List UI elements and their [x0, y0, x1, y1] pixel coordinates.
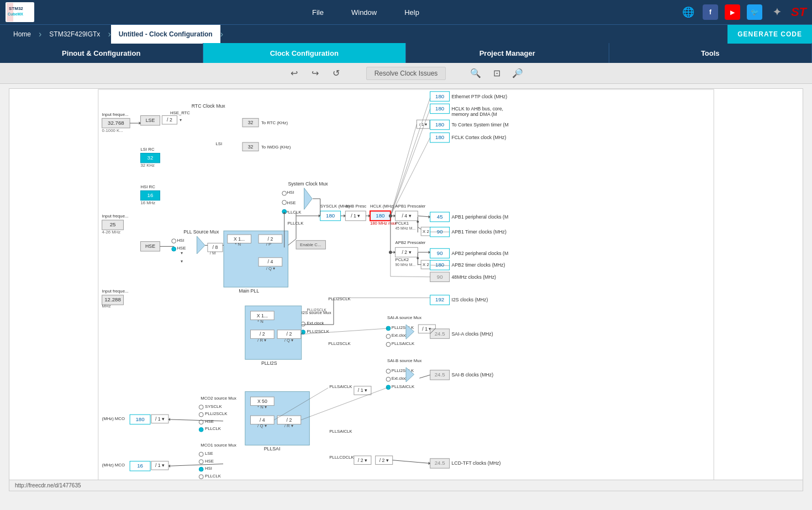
- svg-text:32: 32: [248, 120, 254, 125]
- svg-point-174: [199, 412, 203, 417]
- svg-text:90: 90: [437, 274, 443, 280]
- svg-text:/ 1 ▾: / 1 ▾: [351, 213, 360, 219]
- svg-text:PLLSAICLK: PLLSAICLK: [329, 384, 352, 389]
- svg-text:SAI-A source Mux: SAI-A source Mux: [387, 315, 421, 320]
- svg-text:X 2: X 2: [423, 262, 429, 267]
- svg-text:90 MHz M...: 90 MHz M...: [396, 263, 416, 267]
- svg-text:180: 180: [135, 416, 145, 422]
- svg-text:HSI: HSI: [287, 190, 294, 195]
- svg-text:APB1 Timer clocks (MHz): APB1 Timer clocks (MHz): [452, 229, 507, 235]
- svg-text:/ Q ▾: / Q ▾: [266, 266, 276, 271]
- svg-text:HCLK (MHz): HCLK (MHz): [370, 204, 394, 209]
- tab-tools[interactable]: Tools: [609, 43, 813, 63]
- breadcrumb-sep-3: ›: [220, 29, 223, 39]
- zoom-out-button[interactable]: 🔎: [510, 66, 525, 81]
- status-url: http://freecdr.ne/d/1477635: [15, 482, 81, 488]
- svg-text:32: 32: [147, 155, 154, 161]
- svg-text:/ Q ▾: / Q ▾: [284, 338, 294, 343]
- svg-text:/ 1 ▾: / 1 ▾: [358, 387, 367, 393]
- svg-text:16: 16: [137, 463, 143, 469]
- svg-text:AHB Presc: AHB Presc: [345, 204, 366, 209]
- svg-text:X 1...: X 1...: [234, 236, 245, 242]
- svg-text:SAI-B source Mux: SAI-B source Mux: [387, 358, 422, 363]
- svg-text:24.5: 24.5: [435, 371, 445, 378]
- breadcrumb-current[interactable]: Untitled - Clock Configuration: [111, 25, 220, 44]
- svg-text:* N ▾: * N ▾: [257, 405, 267, 410]
- youtube-icon[interactable]: ▶: [725, 4, 740, 20]
- facebook-icon[interactable]: f: [703, 4, 718, 20]
- fit-button[interactable]: ⊡: [489, 66, 504, 81]
- svg-text:/ P: / P: [266, 242, 271, 247]
- redo-button[interactable]: ↪: [308, 66, 323, 81]
- nav-menu: File Window Help: [51, 8, 681, 17]
- svg-text:/ Q ▾: / Q ▾: [257, 423, 267, 428]
- globe-icon[interactable]: 🌐: [681, 4, 696, 20]
- svg-text:180 MHz max: 180 MHz max: [370, 221, 397, 226]
- svg-point-152: [386, 334, 391, 339]
- svg-text:HSE: HSE: [177, 246, 186, 251]
- zoom-in-button[interactable]: 🔍: [468, 66, 483, 81]
- svg-text:/ 2: / 2: [268, 236, 273, 242]
- svg-text:LSE: LSE: [205, 451, 213, 456]
- svg-text:/ M: / M: [210, 251, 216, 256]
- network-icon[interactable]: ✦: [769, 4, 784, 20]
- svg-text:(MHz) MCO: (MHz) MCO: [102, 416, 125, 421]
- svg-text:MCO1 source Mux: MCO1 source Mux: [201, 443, 236, 448]
- svg-text:HSE: HSE: [205, 459, 214, 464]
- svg-rect-3: [7, 3, 13, 22]
- status-bar: http://freecdr.ne/d/1477635: [9, 480, 803, 491]
- svg-text:▾: ▾: [180, 118, 182, 123]
- svg-text:PCLK1: PCLK1: [396, 221, 409, 226]
- menu-help[interactable]: Help: [404, 8, 419, 17]
- tab-clock[interactable]: Clock Configuration: [203, 43, 407, 63]
- svg-text:PLLSAICLK: PLLSAICLK: [392, 384, 415, 389]
- svg-text:HSI: HSI: [177, 238, 184, 243]
- svg-text:/ 2 ▾: / 2 ▾: [379, 458, 389, 463]
- menu-file[interactable]: File: [312, 8, 324, 17]
- svg-text:32: 32: [248, 144, 254, 150]
- generate-code-button[interactable]: GENERATE CODE: [727, 25, 812, 44]
- svg-text:180: 180: [435, 134, 445, 140]
- clock-diagram-area: Input freque... 32.768 0-1000 K... LSE H…: [9, 88, 803, 491]
- svg-text:180: 180: [435, 121, 445, 128]
- tab-bar: Pinout & Configuration Clock Configurati…: [0, 43, 812, 63]
- svg-text:LSE: LSE: [146, 118, 155, 123]
- svg-text:/ 2: / 2: [167, 117, 172, 123]
- svg-text:Main PLL: Main PLL: [239, 288, 259, 294]
- svg-text:24.5: 24.5: [435, 331, 445, 337]
- tab-pinout[interactable]: Pinout & Configuration: [0, 43, 203, 63]
- svg-point-162: [386, 369, 391, 374]
- svg-text:12.288: 12.288: [104, 296, 121, 302]
- svg-text:X 2: X 2: [423, 229, 429, 234]
- twitter-icon[interactable]: 🐦: [747, 4, 762, 20]
- svg-point-178: [199, 427, 203, 432]
- breadcrumb-home[interactable]: Home: [6, 25, 39, 44]
- svg-text:192: 192: [435, 296, 444, 302]
- svg-text:180: 180: [435, 262, 445, 268]
- svg-text:/ 2: / 2: [287, 417, 292, 423]
- svg-text:▾: ▾: [181, 251, 183, 256]
- svg-text:/ 4: / 4: [260, 417, 265, 423]
- svg-rect-4: [98, 89, 714, 491]
- breadcrumb-bar: Home › STM32F429IGTx › Untitled - Clock …: [0, 24, 812, 43]
- breadcrumb-device[interactable]: STM32F429IGTx: [41, 25, 108, 44]
- tab-project[interactable]: Project Manager: [406, 43, 609, 63]
- svg-text:FCLK Cortex clock (MHz): FCLK Cortex clock (MHz): [452, 135, 507, 140]
- svg-text:PLLSAI: PLLSAI: [264, 446, 281, 451]
- svg-text:PLLCLK: PLLCLK: [287, 221, 304, 226]
- toolbar: ↩ ↪ ↺ Resolve Clock Issues 🔍 ⊡ 🔎: [0, 63, 812, 84]
- svg-text:PLLI2SCLK: PLLI2SCLK: [328, 341, 351, 346]
- svg-text:PLLCLK: PLLCLK: [205, 426, 222, 431]
- svg-text:/ 1 ▾: / 1 ▾: [155, 416, 165, 422]
- svg-text:PLLI2SCLK: PLLI2SCLK: [307, 308, 326, 312]
- menu-window[interactable]: Window: [351, 8, 377, 17]
- svg-text:PLLI2S: PLLI2S: [261, 360, 277, 366]
- svg-text:180: 180: [326, 212, 335, 219]
- resolve-clock-button[interactable]: Resolve Clock Issues: [366, 67, 446, 80]
- svg-text:RTC Clock Mux: RTC Clock Mux: [192, 103, 226, 109]
- refresh-button[interactable]: ↺: [329, 66, 344, 81]
- svg-point-172: [199, 405, 203, 410]
- svg-text:HSI RC: HSI RC: [141, 184, 156, 189]
- undo-button[interactable]: ↩: [287, 66, 302, 81]
- svg-text:System Clock Mux: System Clock Mux: [288, 181, 328, 187]
